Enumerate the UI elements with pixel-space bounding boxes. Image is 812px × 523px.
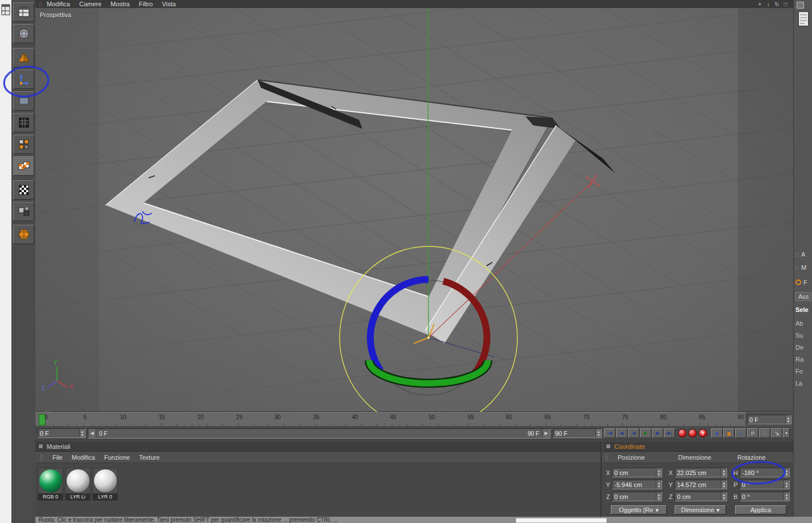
materials-menu-file[interactable]: File <box>52 454 63 461</box>
sphere-segments-tool-button[interactable] <box>13 225 34 244</box>
menu-mostra[interactable]: Mostra <box>111 1 130 7</box>
materials-menu-funzione[interactable]: Funzione <box>104 454 130 461</box>
right-panel-item[interactable]: Fo <box>795 368 803 375</box>
material-preview-sphere[interactable] <box>39 469 62 492</box>
right-panel-item[interactable]: Ab <box>795 320 803 327</box>
rotation-p-field[interactable]: 0 °▲▼ <box>740 480 790 489</box>
goto-end-button[interactable]: ▶| <box>664 428 675 438</box>
position-z-field[interactable]: 0 cm▲▼ <box>612 492 662 501</box>
stepper[interactable]: ▲▼ <box>656 468 662 477</box>
workplane-axis-tool-button[interactable] <box>13 70 34 89</box>
checker-tool-button[interactable] <box>13 180 34 200</box>
menu-modifica[interactable]: Modifica <box>47 1 70 7</box>
record-keyframe-button[interactable] <box>678 429 687 437</box>
materials-menu-grip[interactable] <box>40 454 43 460</box>
range-end-spinner[interactable]: 90 F ▲ ▼ <box>553 428 602 438</box>
record-autokey-button[interactable] <box>688 429 697 437</box>
stepper-down-icon[interactable]: ▼ <box>787 420 790 423</box>
record-help-button[interactable]: ? <box>699 429 707 437</box>
material-item[interactable]: RGB 0 <box>38 468 63 501</box>
material-item[interactable]: LYR 0 <box>92 468 118 501</box>
matrix-tool-button[interactable] <box>13 113 34 132</box>
coordinates-grip[interactable] <box>605 454 609 460</box>
range-end-stepper[interactable]: ▲ ▼ <box>595 429 601 437</box>
position-y-field[interactable]: -5.946 cm▲▼ <box>612 480 662 489</box>
current-frame-field[interactable]: 0 F ▲ ▼ <box>747 415 791 424</box>
window-layout-tool-button[interactable] <box>13 2 34 22</box>
right-panel-item[interactable]: F <box>795 279 807 286</box>
timeline-ruler[interactable]: 0 5 10 15 20 25 30 35 40 45 50 55 60 65 … <box>35 412 745 427</box>
applica-button[interactable]: Applica <box>735 505 786 514</box>
range-start-stepper[interactable]: ▲ ▼ <box>79 429 85 437</box>
grid-plane-tool-button[interactable] <box>13 91 34 111</box>
tiles-tool-button[interactable] <box>13 135 34 154</box>
stepper[interactable]: ▲▼ <box>784 492 789 501</box>
right-panel-item[interactable]: Ra <box>795 356 803 363</box>
slider-right-cap[interactable]: ▶ <box>542 429 550 438</box>
move-mode-button[interactable]: + <box>711 428 723 438</box>
slider-left-cap[interactable]: ◀ <box>88 429 96 438</box>
stepper[interactable]: ▲▼ <box>721 492 727 501</box>
dimension-y-field[interactable]: 14.572 cm▲▼ <box>675 480 727 489</box>
window-layout-icon[interactable] <box>1 3 11 17</box>
material-preview-sphere[interactable] <box>67 469 89 492</box>
right-panel-item[interactable]: Su <box>795 332 803 339</box>
frame-object[interactable] <box>105 80 615 343</box>
toggle-view-icon[interactable]: □ <box>781 1 790 8</box>
dolly-view-icon[interactable]: ↕ <box>764 1 773 8</box>
range-start-spinner[interactable]: 0 F ▲ ▼ <box>38 428 85 438</box>
stepper[interactable]: ▲▼ <box>656 480 662 489</box>
scale-mode-button[interactable]: ■ <box>723 428 735 438</box>
right-panel-item[interactable]: De <box>795 344 803 351</box>
rotation-h-field[interactable]: -180 °▲▼ <box>740 468 790 477</box>
next-key-button[interactable]: |▶ <box>652 428 663 438</box>
menu-filtro[interactable]: Filtro <box>139 1 153 7</box>
dimension-z-field[interactable]: 0 cm▲▼ <box>675 492 727 501</box>
stepper-down-icon[interactable]: ▼ <box>81 433 84 437</box>
stepper[interactable]: ▲▼ <box>721 468 727 477</box>
materials-menu-modifica[interactable]: Modifica <box>72 454 95 461</box>
grid-snap-button[interactable]: ∷ <box>759 428 770 438</box>
material-item[interactable]: LYR Li <box>65 468 91 501</box>
position-x-field[interactable]: 0 cm▲▼ <box>612 468 662 477</box>
parent-mode-button[interactable]: P <box>747 428 758 438</box>
goto-start-button[interactable]: |◀ <box>604 428 615 438</box>
right-panel-item[interactable]: M <box>795 264 806 271</box>
viewport-canvas[interactable]: Y X Z <box>35 8 793 412</box>
rotation-b-field[interactable]: 0 °▲▼ <box>740 492 790 501</box>
pyramid-tool-button[interactable] <box>13 48 34 67</box>
more-options-caret[interactable]: ▾ <box>783 428 790 438</box>
menu-camere[interactable]: Camere <box>79 1 101 7</box>
prev-frame-button[interactable]: ◀ <box>628 428 639 438</box>
right-panel-item[interactable]: A <box>795 251 805 258</box>
oggetto-dropdown-button[interactable]: Oggetto (Re▾ <box>611 505 667 514</box>
play-button[interactable]: ▶ <box>640 428 651 438</box>
viewport[interactable]: Y X Z Prospettiva <box>35 8 793 412</box>
link-button[interactable]: ↘ <box>771 428 782 438</box>
stepper[interactable]: ▲▼ <box>656 492 662 501</box>
right-panel-tab[interactable]: Ass <box>795 292 811 301</box>
page-panel-icon[interactable] <box>798 11 809 26</box>
rotate-mode-button[interactable]: ○ <box>735 428 746 438</box>
frame-stepper[interactable]: ▲ ▼ <box>785 415 791 424</box>
stepper[interactable]: ▲▼ <box>784 480 789 489</box>
gizmo-center-dot[interactable] <box>427 336 430 339</box>
material-preview-sphere[interactable] <box>94 469 117 492</box>
texture-boxes-tool-button[interactable] <box>13 156 34 176</box>
rotate-view-icon[interactable]: ↻ <box>773 1 781 8</box>
preview-range-slider[interactable]: ◀ 0 F 90 F ▶ <box>88 428 550 439</box>
pan-view-icon[interactable]: + <box>756 1 764 8</box>
prev-key-button[interactable]: ◀| <box>616 428 627 438</box>
materials-menu-texture[interactable]: Texture <box>139 454 160 461</box>
stepper-down-icon[interactable]: ▼ <box>597 433 601 437</box>
swap-panels-tool-button[interactable] <box>13 202 34 221</box>
panel-dock-icon[interactable] <box>797 2 804 9</box>
menu-vista[interactable]: Vista <box>162 1 176 7</box>
stepper[interactable]: ▲▼ <box>784 468 789 477</box>
render-globe-tool-button[interactable] <box>13 24 34 43</box>
right-panel-item[interactable]: La <box>795 380 802 387</box>
dimensione-dropdown-button[interactable]: Dimensione▾ <box>675 505 726 514</box>
stepper[interactable]: ▲▼ <box>721 480 727 489</box>
dimension-x-field[interactable]: 22.025 cm▲▼ <box>675 468 727 477</box>
menubar-grip[interactable] <box>39 2 42 7</box>
